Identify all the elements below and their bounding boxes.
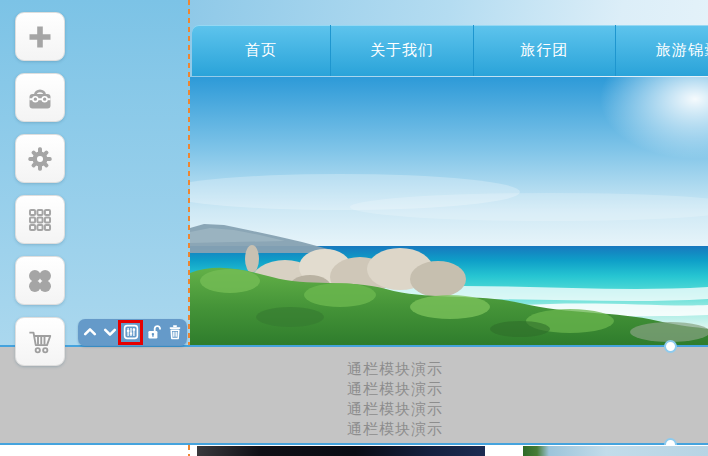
move-up-button chevron-up-icon[interactable] [81,323,99,341]
site-navbar: 首页 关于我们 旅行团 旅游锦囊 [192,25,708,76]
module-toolbar [78,319,187,346]
banner-demo-text: 通栏模块演示 通栏模块演示 通栏模块演示 通栏模块演示 [190,359,600,439]
lower-content-section [0,445,708,456]
move-down-button chevron-down-icon[interactable] [101,323,119,341]
nav-tab-home[interactable]: 首页 [192,25,331,76]
nav-tab-tours[interactable]: 旅行团 [474,25,616,76]
module-settings-button sliders-icon[interactable] [122,323,140,341]
nav-tab-tips[interactable]: 旅游锦囊 [616,25,708,76]
gear-icon [26,145,54,173]
site-builder-editor: { "editor": { "sidebar_buttons": [ {"id"… [0,0,708,456]
page-boundary-guide [188,445,190,456]
banner-demo-line: 通栏模块演示 [190,399,600,419]
content-image-dark[interactable] [197,446,485,456]
unlock-button open-padlock-icon[interactable] [145,323,163,341]
content-image-palm[interactable] [523,446,708,456]
nav-tab-about[interactable]: 关于我们 [331,25,474,76]
toolbox-icon [26,84,54,112]
fullwidth-banner-module[interactable]: 通栏模块演示 通栏模块演示 通栏模块演示 通栏模块演示 [0,347,708,443]
section-resize-handle[interactable] [664,340,677,353]
plus-icon [26,23,54,51]
hero-banner-image[interactable] [190,77,708,346]
banner-demo-line: 通栏模块演示 [190,419,600,439]
clover-icon [26,267,54,295]
apps-button[interactable] [15,256,65,305]
add-module-button[interactable] [15,12,65,61]
banner-demo-line: 通栏模块演示 [190,379,600,399]
cart-icon [25,327,55,357]
banner-demo-line: 通栏模块演示 [190,359,600,379]
module-grid-button[interactable] [15,195,65,244]
shop-button[interactable] [15,317,65,366]
delete-button trash-icon[interactable] [166,323,184,341]
toolbox-button[interactable] [15,73,65,122]
site-preview: 首页 关于我们 旅行团 旅游锦囊 [190,0,708,346]
page-boundary-guide [188,0,190,345]
grid-icon [26,206,54,234]
settings-button[interactable] [15,134,65,183]
